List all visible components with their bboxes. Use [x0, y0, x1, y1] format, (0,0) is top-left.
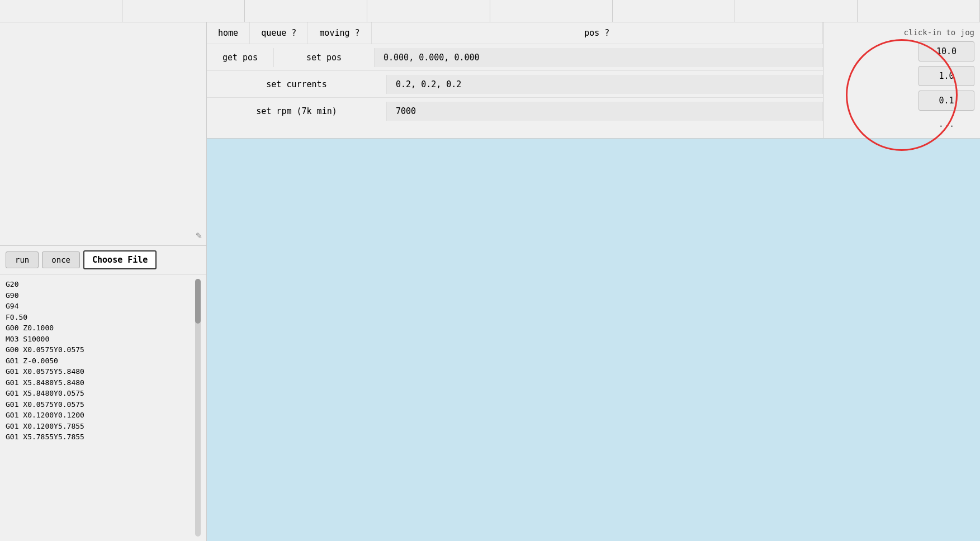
gcode-line: G01 X0.0575Y0.0575: [6, 399, 193, 410]
jog-label: click-in to jog: [829, 28, 974, 37]
pos-display: pos ?: [372, 22, 823, 44]
header-row: home queue ? moving ? pos ?: [207, 22, 823, 44]
control-table: home queue ? moving ? pos ? get pos set …: [207, 22, 823, 138]
top-bar-cell-2: [122, 0, 245, 22]
jog-panel: click-in to jog 10.0 1.0 0.1 ...: [823, 22, 980, 138]
top-bar-cell-4: [367, 0, 490, 22]
queue-button[interactable]: queue ?: [250, 22, 308, 44]
main-layout: ✎ run once Choose File G20G90G94F0.50G00…: [0, 22, 980, 541]
top-bar-cell-6: [613, 0, 735, 22]
left-top-area: ✎: [0, 22, 206, 246]
choose-file-button[interactable]: Choose File: [83, 250, 157, 269]
scrollbar[interactable]: [195, 279, 201, 537]
jog-10-button[interactable]: 10.0: [919, 41, 974, 61]
viz-canvas: [207, 139, 980, 541]
jog-more-button[interactable]: ...: [919, 115, 974, 132]
gcode-line: G01 X5.8480Y0.0575: [6, 388, 193, 399]
currents-value: 0.2, 0.2, 0.2: [387, 75, 823, 94]
gcode-line: G00 X0.0575Y0.0575: [6, 344, 193, 355]
pencil-icon: ✎: [196, 229, 202, 241]
gcode-line: G00 Z0.1000: [6, 322, 193, 334]
jog-01-button[interactable]: 0.1: [919, 91, 974, 111]
gcode-line: F0.50: [6, 312, 193, 323]
gcode-line: G01 X0.0575Y5.8480: [6, 366, 193, 377]
moving-button[interactable]: moving ?: [308, 22, 371, 44]
left-panel: ✎ run once Choose File G20G90G94F0.50G00…: [0, 22, 207, 541]
scrollbar-thumb[interactable]: [195, 279, 201, 324]
top-bar: [0, 0, 980, 22]
gcode-line: G94: [6, 301, 193, 312]
gcode-line: G01 Z-0.0050: [6, 355, 193, 367]
gcode-line: G20: [6, 279, 193, 290]
gcode-line: G01 X0.1200Y0.1200: [6, 410, 193, 421]
rpm-value: 7000: [387, 102, 823, 121]
once-button[interactable]: once: [42, 251, 80, 268]
top-bar-cell-3: [245, 0, 367, 22]
gcode-line: G01 X0.1200Y5.7855: [6, 421, 193, 432]
home-button[interactable]: home: [207, 22, 250, 44]
set-rpm-button[interactable]: set rpm (7k min): [207, 102, 387, 121]
set-currents-button[interactable]: set currents: [207, 75, 387, 94]
controls-bar: run once Choose File: [0, 246, 206, 274]
rpm-row: set rpm (7k min) 7000: [207, 98, 823, 125]
gcode-line: G01 X5.7855Y5.7855: [6, 431, 193, 443]
gcode-display: G20G90G94F0.50G00 Z0.1000M03 S10000G00 X…: [0, 274, 206, 541]
gcode-line: G01 X5.8480Y5.8480: [6, 377, 193, 388]
gcode-line: M03 S10000: [6, 334, 193, 345]
top-bar-cell-1: [0, 0, 122, 22]
top-bar-cell-5: [490, 0, 613, 22]
top-bar-cell-7: [735, 0, 858, 22]
gcode-line: G90: [6, 290, 193, 301]
pos-value: 0.000, 0.000, 0.000: [375, 48, 823, 67]
right-panel: home queue ? moving ? pos ? get pos set …: [207, 22, 980, 541]
control-area: home queue ? moving ? pos ? get pos set …: [207, 22, 980, 139]
gcode-lines: G20G90G94F0.50G00 Z0.1000M03 S10000G00 X…: [6, 279, 193, 537]
currents-row: set currents 0.2, 0.2, 0.2: [207, 71, 823, 98]
set-pos-button[interactable]: set pos: [274, 48, 375, 67]
top-bar-cell-8: [858, 0, 980, 22]
run-button[interactable]: run: [6, 251, 39, 268]
pos-row: get pos set pos 0.000, 0.000, 0.000: [207, 44, 823, 71]
get-pos-button[interactable]: get pos: [207, 48, 274, 67]
jog-1-button[interactable]: 1.0: [919, 66, 974, 86]
viz-area[interactable]: [207, 139, 980, 541]
